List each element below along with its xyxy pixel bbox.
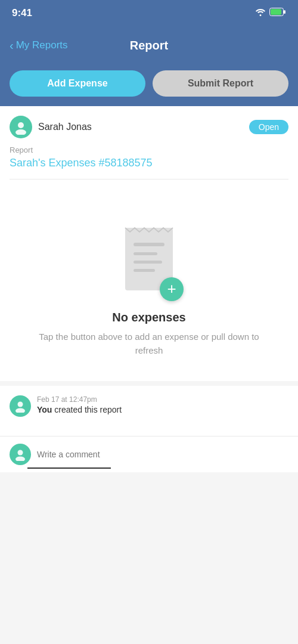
comment-underline bbox=[27, 467, 111, 469]
add-expense-button[interactable]: Add Expense bbox=[10, 70, 145, 97]
comment-body: created this report bbox=[54, 405, 122, 414]
empty-subtitle: Tap the button above to add an expense o… bbox=[24, 330, 274, 357]
report-title: Sarah's Expenses #58188575 bbox=[10, 157, 288, 169]
user-info: Sarah Jonas bbox=[10, 116, 92, 138]
status-badge: Open bbox=[249, 120, 288, 134]
wifi-icon bbox=[255, 8, 266, 18]
write-comment-input[interactable] bbox=[37, 450, 288, 459]
back-label: My Reports bbox=[16, 39, 68, 51]
svg-rect-2 bbox=[284, 10, 285, 14]
svg-rect-1 bbox=[271, 9, 281, 15]
plus-icon: + bbox=[167, 281, 176, 296]
status-icons bbox=[255, 8, 286, 18]
comment-timestamp: Feb 17 at 12:47pm bbox=[37, 395, 122, 404]
comment-author: You bbox=[37, 405, 52, 414]
battery-icon bbox=[269, 8, 286, 18]
svg-point-4 bbox=[15, 129, 26, 135]
svg-rect-9 bbox=[134, 269, 155, 272]
svg-rect-8 bbox=[134, 261, 162, 264]
svg-point-13 bbox=[15, 457, 25, 462]
report-header: Sarah Jonas Open bbox=[10, 116, 288, 138]
svg-point-11 bbox=[15, 408, 25, 413]
report-card: Sarah Jonas Open Report Sarah's Expenses… bbox=[0, 106, 298, 189]
comment-item: Feb 17 at 12:47pm You created this repor… bbox=[10, 395, 288, 417]
svg-rect-6 bbox=[134, 243, 164, 246]
main-content: Sarah Jonas Open Report Sarah's Expenses… bbox=[0, 106, 298, 644]
write-comment-bar[interactable] bbox=[0, 436, 298, 472]
nav-bar: ‹ My Reports Report bbox=[0, 26, 298, 64]
action-bar: Add Expense Submit Report bbox=[0, 64, 298, 106]
svg-rect-7 bbox=[134, 252, 157, 255]
report-label-text: Report bbox=[10, 145, 288, 154]
submit-report-button[interactable]: Submit Report bbox=[153, 70, 288, 97]
divider bbox=[10, 179, 288, 179]
receipt-icon-wrapper: + bbox=[119, 225, 179, 296]
svg-point-12 bbox=[18, 450, 23, 456]
comment-input-avatar bbox=[10, 444, 31, 465]
svg-point-10 bbox=[18, 402, 23, 407]
status-bar: 9:41 bbox=[0, 0, 298, 26]
svg-point-3 bbox=[18, 122, 24, 128]
user-name: Sarah Jonas bbox=[38, 122, 92, 132]
comment-text: You created this report bbox=[37, 405, 122, 414]
empty-title: No expenses bbox=[112, 311, 185, 324]
comment-content: Feb 17 at 12:47pm You created this repor… bbox=[37, 395, 122, 414]
comment-avatar bbox=[10, 395, 31, 417]
back-chevron-icon: ‹ bbox=[10, 39, 14, 51]
add-expense-circle-button[interactable]: + bbox=[160, 277, 184, 301]
back-button[interactable]: ‹ My Reports bbox=[10, 39, 68, 51]
comments-section: Feb 17 at 12:47pm You created this repor… bbox=[0, 386, 298, 436]
avatar bbox=[10, 116, 32, 138]
nav-title: Report bbox=[130, 39, 168, 52]
empty-state: + No expenses Tap the button above to ad… bbox=[0, 189, 298, 381]
status-time: 9:41 bbox=[12, 7, 32, 19]
